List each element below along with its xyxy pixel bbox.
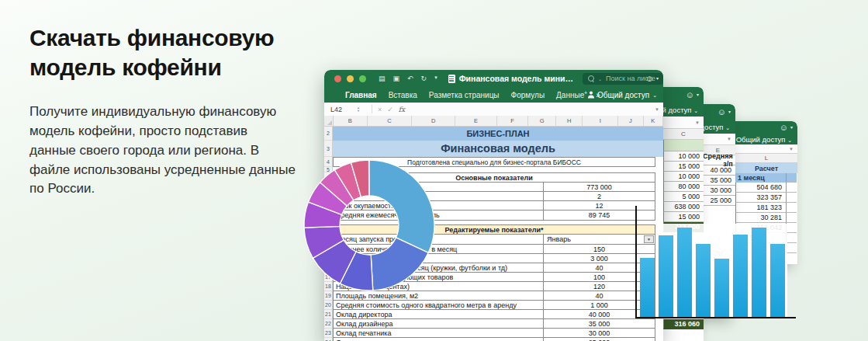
- value-cell[interactable]: 2: [543, 192, 655, 201]
- value-cell[interactable]: 25 000: [543, 338, 655, 341]
- cell[interactable]: 10 000: [663, 172, 704, 182]
- column-header-E[interactable]: E: [455, 116, 497, 126]
- close-window-button[interactable]: [334, 75, 341, 82]
- save-icon[interactable]: ▣: [393, 75, 400, 82]
- month-header-cell[interactable]: 1 месяц: [735, 173, 786, 183]
- value-cell[interactable]: Январь▼: [543, 235, 655, 245]
- chevron-down-icon: ⌄: [693, 108, 698, 113]
- cell[interactable]: [663, 140, 704, 151]
- name-box-stepper[interactable]: ▲▼: [357, 106, 360, 113]
- tab-home[interactable]: Главная: [345, 91, 377, 99]
- select-all-corner[interactable]: [324, 116, 334, 126]
- window2-formula-bar[interactable]: ▼: [663, 117, 704, 129]
- share-button[interactable]: + Общий доступ ⌄: [587, 91, 657, 99]
- column-header-D[interactable]: D: [412, 116, 455, 126]
- row-number[interactable]: 21: [324, 310, 332, 319]
- window4-formula-bar[interactable]: ▼: [735, 144, 797, 154]
- cell[interactable]: 80 000: [663, 182, 704, 192]
- value-cell[interactable]: 40: [543, 263, 655, 273]
- cell[interactable]: 323 357: [735, 193, 786, 203]
- label-cell[interactable]: Оклад печатника: [333, 329, 543, 338]
- minimize-window-button[interactable]: [347, 75, 354, 82]
- person-plus-icon: +: [587, 92, 594, 99]
- column-header-C[interactable]: C: [368, 116, 413, 126]
- tab-formulas[interactable]: Формулы: [511, 91, 545, 99]
- window3-title-bar: ☺ ▾: [700, 104, 735, 120]
- column-header-J[interactable]: J: [618, 116, 643, 126]
- calc-header-cell[interactable]: Расчет: [735, 163, 797, 173]
- column-headers: BCDEFGHIJK: [324, 116, 663, 127]
- dropdown-button[interactable]: ▼: [644, 235, 654, 243]
- main-ribbon: Главная Вставка Разметка страницы Формул…: [324, 87, 663, 103]
- bar-8: [770, 244, 785, 317]
- value-cell[interactable]: 12: [543, 201, 655, 211]
- value-cell[interactable]: 773 000: [543, 183, 655, 192]
- value-cell[interactable]: 40: [543, 291, 655, 301]
- row-number[interactable]: 3: [324, 141, 332, 157]
- window4-column-header[interactable]: L: [735, 154, 797, 163]
- cell[interactable]: 30 281: [735, 213, 786, 223]
- cell[interactable]: 504 680: [735, 183, 786, 193]
- value-cell[interactable]: 3 000: [543, 254, 655, 263]
- total-cell[interactable]: 316 060: [663, 319, 704, 329]
- tab-page-layout[interactable]: Разметка страницы: [429, 91, 500, 99]
- window-layout-icon[interactable]: ▤: [379, 75, 386, 82]
- window2-ribbon: Общий доступ ⌄: [663, 103, 704, 117]
- zoom-window-button[interactable]: [359, 75, 366, 82]
- feedback-smiley-icon[interactable]: ☺ ▾: [718, 107, 731, 117]
- window2-column-header[interactable]: C: [663, 129, 704, 140]
- cell[interactable]: 25 000: [700, 196, 735, 206]
- cell[interactable]: 181 323: [735, 203, 786, 213]
- tab-insert[interactable]: Вставка: [389, 91, 417, 99]
- name-box[interactable]: L42: [324, 106, 357, 113]
- row-number[interactable]: 20: [324, 301, 332, 310]
- cell[interactable]: 638 000: [663, 202, 704, 212]
- confirm-icon[interactable]: ✓: [387, 106, 393, 113]
- document-title: Финансовая модель мини…: [459, 74, 573, 83]
- column-header-H[interactable]: H: [556, 116, 583, 126]
- column-header-K[interactable]: K: [644, 116, 663, 126]
- value-cell[interactable]: 150: [543, 245, 655, 254]
- dropdown-arrow-icon: ▼: [789, 147, 794, 151]
- banner-cell[interactable]: БИЗНЕС-ПЛАН: [333, 127, 663, 141]
- window3-formula-bar[interactable]: ▼: [700, 134, 735, 145]
- salary-header-cell[interactable]: Средняя з/п: [700, 155, 735, 165]
- label-cell[interactable]: Оклад директора: [333, 310, 543, 319]
- cell[interactable]: 15 000: [663, 212, 704, 222]
- fx-icon[interactable]: fx: [399, 106, 405, 113]
- row-number[interactable]: 22: [324, 319, 332, 329]
- value-cell[interactable]: 100: [543, 273, 655, 282]
- tab-data[interactable]: Данные: [556, 91, 584, 99]
- value-cell[interactable]: 120: [543, 282, 655, 291]
- toolbar-options-icon[interactable]: ▾: [434, 75, 437, 82]
- cell[interactable]: 30 000: [700, 186, 735, 196]
- value-cell[interactable]: 35 000: [543, 319, 655, 329]
- column-header-F[interactable]: F: [497, 116, 528, 126]
- label-cell[interactable]: Оклад помощника печатника: [333, 338, 543, 341]
- banner-cell[interactable]: Финансовая модель: [333, 141, 663, 157]
- column-header-I[interactable]: I: [583, 116, 618, 126]
- chevron-down-icon: ⌄: [598, 76, 602, 82]
- value-cell[interactable]: 30 000: [543, 329, 655, 338]
- value-cell[interactable]: 1 000: [543, 301, 655, 310]
- row-number[interactable]: 23: [324, 329, 332, 338]
- cell[interactable]: 35 000: [700, 176, 735, 186]
- feedback-smiley-icon[interactable]: ☺ ▾: [686, 90, 699, 99]
- feedback-smiley-icon[interactable]: ☺ ▾: [780, 123, 793, 132]
- column-header-B[interactable]: B: [334, 116, 368, 126]
- cell[interactable]: 5 000: [663, 192, 704, 202]
- redo-icon[interactable]: ↻: [421, 75, 427, 82]
- label-cell[interactable]: Оклад дизайнера: [333, 319, 543, 329]
- feedback-smiley-icon[interactable]: ☺ ▾: [645, 74, 659, 83]
- dropdown-arrow-icon: ▼: [695, 120, 700, 125]
- column-header-G[interactable]: G: [528, 116, 556, 126]
- window2-title-bar: ☺ ▾: [663, 87, 704, 103]
- cell[interactable]: 10 000: [663, 151, 704, 162]
- value-cell[interactable]: 89 745: [543, 211, 655, 221]
- cell[interactable]: 15 000: [663, 162, 704, 172]
- undo-icon[interactable]: ↶: [407, 75, 413, 82]
- cancel-icon[interactable]: ×: [378, 106, 382, 113]
- label-cell[interactable]: Средняя стоимость одного квадратного мет…: [333, 301, 543, 310]
- row-number[interactable]: 24: [324, 338, 332, 341]
- row-number[interactable]: 2: [324, 127, 332, 141]
